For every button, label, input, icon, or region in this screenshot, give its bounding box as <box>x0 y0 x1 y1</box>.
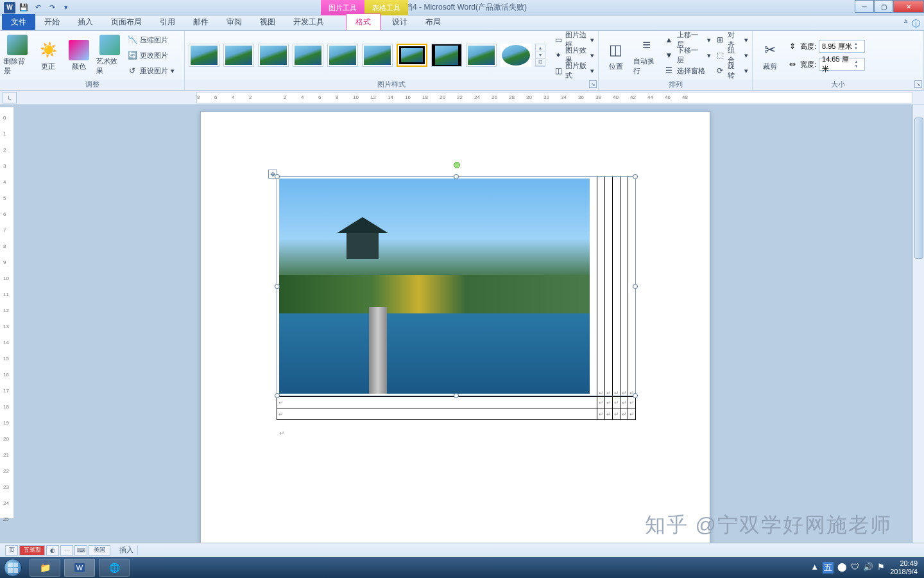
task-browser[interactable]: 🌐 <box>99 559 130 577</box>
tab-references[interactable]: 引用 <box>151 14 184 30</box>
close-button[interactable]: ✕ <box>893 0 924 13</box>
tab-format[interactable]: 格式 <box>346 13 381 30</box>
style-2[interactable] <box>223 44 254 67</box>
style-9[interactable] <box>466 44 497 67</box>
word-icon[interactable]: W <box>4 2 15 13</box>
tab-view[interactable]: 视图 <box>251 14 284 30</box>
styles-dialog-launcher[interactable]: ↘ <box>589 80 597 88</box>
maximize-button[interactable]: ▢ <box>874 0 893 13</box>
ime-btn-6[interactable]: 美国 <box>89 545 110 556</box>
tray-icon-shield[interactable]: 🛡 <box>851 562 859 574</box>
color-button[interactable]: 颜色 <box>65 40 92 71</box>
minimize-button[interactable]: ─ <box>855 0 874 13</box>
tab-developer[interactable]: 开发工具 <box>284 14 333 30</box>
style-6[interactable] <box>362 44 393 67</box>
change-pic-button[interactable]: 🔄更改图片 <box>127 48 175 62</box>
task-explorer[interactable]: 📁 <box>30 559 60 577</box>
size-dialog-launcher[interactable]: ↘ <box>914 80 922 88</box>
tray-icon-sound[interactable]: 🔊 <box>863 562 873 574</box>
style-gallery: ▴▾⊟ <box>189 44 545 67</box>
handle-r[interactable] <box>633 284 638 289</box>
reset-pic-button[interactable]: ↺重设图片 ▾ <box>127 64 175 78</box>
style-7[interactable] <box>397 44 427 67</box>
page: ✥ ↵↵↵↵↵ ↵↵↵↵↵↵ ↵↵↵↵↵↵ <box>200 111 710 543</box>
task-word[interactable]: W <box>64 559 95 577</box>
pic-border-button[interactable]: ▭图片边框 ▾ <box>554 33 594 47</box>
selection-pane-button[interactable]: ☰选择窗格 <box>664 64 712 78</box>
handle-tr[interactable] <box>633 174 638 179</box>
pic-effects-button[interactable]: ✦图片效果 ▾ <box>554 48 594 62</box>
clock[interactable]: 20:49 2018/9/4 <box>890 559 918 576</box>
style-8[interactable] <box>431 44 462 67</box>
crop-button[interactable]: ✂裁剪 <box>757 40 783 71</box>
height-control: ⇕ 高度: 8.95 厘米▲▼ <box>787 40 865 53</box>
document-canvas[interactable]: ✥ ↵↵↵↵↵ ↵↵↵↵↵↵ ↵↵↵↵↵↵ <box>14 105 912 543</box>
handle-br[interactable] <box>633 393 638 398</box>
position-button[interactable]: ◫位置 <box>603 40 629 71</box>
ribbon-tabs: 文件 开始 插入 页面布局 引用 邮件 审阅 视图 开发工具 格式 设计 布局 … <box>0 15 924 31</box>
ime-btn-2[interactable]: 五笔型 <box>19 545 45 556</box>
group-arrange: ◫位置 ≡自动换行 ▲上移一层 ▾ ▼下移一层 ▾ ☰选择窗格 ⊞对齐 ▾ ⬚组… <box>599 31 753 90</box>
redo-icon[interactable]: ↷ <box>46 2 58 13</box>
tab-layout[interactable]: 布局 <box>416 14 450 30</box>
height-input[interactable]: 8.95 厘米▲▼ <box>819 40 865 53</box>
style-3[interactable] <box>258 44 289 67</box>
style-1[interactable] <box>189 44 219 67</box>
group-button[interactable]: ⬚组合 ▾ <box>715 48 748 62</box>
handle-bl[interactable] <box>275 393 280 398</box>
style-5[interactable] <box>327 44 358 67</box>
compress-button[interactable]: 📉压缩图片 <box>127 33 175 47</box>
help-icon[interactable]: ⓘ <box>912 18 920 30</box>
width-control: ⇔ 宽度: 14.65 厘米▲▼ <box>787 58 865 71</box>
style-4[interactable] <box>293 44 323 67</box>
system-tray: ▲ 五 ⬤ 🛡 🔊 ⚑ 20:49 2018/9/4 <box>810 559 924 576</box>
tab-page-layout[interactable]: 页面布局 <box>102 14 151 30</box>
scroll-thumb[interactable] <box>914 118 923 259</box>
tray-icon-2[interactable]: ⬤ <box>837 562 847 574</box>
tray-icon-1[interactable]: ▲ <box>810 562 819 574</box>
ime-btn-4[interactable]: ⋯ <box>60 545 73 556</box>
start-button[interactable] <box>0 557 26 578</box>
send-back-button[interactable]: ▼下移一层 ▾ <box>664 48 712 62</box>
gallery-more[interactable]: ▴▾⊟ <box>535 44 545 67</box>
qat-more-icon[interactable]: ▾ <box>60 2 72 13</box>
align-button[interactable]: ⊞对齐 ▾ <box>715 33 748 47</box>
handle-t[interactable] <box>454 174 459 179</box>
tray-icon-ime[interactable]: 五 <box>823 562 834 574</box>
bring-forward-button[interactable]: ▲上移一层 ▾ <box>664 33 712 47</box>
horizontal-ruler[interactable]: 8642246810121416182022242628303234363840… <box>196 92 912 103</box>
status-insert[interactable]: 插入 <box>116 545 138 555</box>
tray-icon-flag[interactable]: ⚑ <box>877 562 885 574</box>
rotate-button[interactable]: ⟳旋转 ▾ <box>715 64 748 78</box>
save-icon[interactable]: 💾 <box>18 2 30 13</box>
remove-bg-button[interactable]: 删除背景 <box>4 35 31 76</box>
tab-mailings[interactable]: 邮件 <box>184 14 218 30</box>
tab-design[interactable]: 设计 <box>383 14 416 30</box>
ruler-toggle[interactable]: L <box>3 92 17 103</box>
pic-layout-button[interactable]: ◫图片版式 ▾ <box>554 64 594 78</box>
tab-review[interactable]: 审阅 <box>218 14 251 30</box>
tab-file[interactable]: 文件 <box>2 14 35 30</box>
ribbon: 删除背景 ☀️更正 颜色 艺术效果 📉压缩图片 🔄更改图片 ↺重设图片 ▾ 调整 <box>0 31 924 91</box>
ime-btn-5[interactable]: ⌨ <box>74 545 87 556</box>
handle-b[interactable] <box>454 393 459 398</box>
style-10[interactable] <box>501 44 531 67</box>
status-bar: 页 五笔型 ◐ ⋯ ⌨ 美国 插入 <box>0 543 924 557</box>
tab-insert[interactable]: 插入 <box>69 14 102 30</box>
ime-btn-1[interactable]: 页 <box>5 545 18 556</box>
vertical-ruler[interactable]: 0123456789101112131415161718192021222324… <box>0 107 14 518</box>
undo-icon[interactable]: ↶ <box>32 2 44 13</box>
width-icon: ⇔ <box>787 59 798 69</box>
rotation-handle[interactable] <box>454 162 460 168</box>
ime-btn-3[interactable]: ◐ <box>46 545 59 556</box>
handle-tl[interactable] <box>275 174 280 179</box>
tab-home[interactable]: 开始 <box>35 14 69 30</box>
group-label-styles: 图片样式↘ <box>185 80 598 90</box>
minimize-ribbon-icon[interactable]: ᐞ <box>903 18 908 30</box>
handle-l[interactable] <box>275 284 280 289</box>
width-input[interactable]: 14.65 厘米▲▼ <box>819 58 865 71</box>
artistic-button[interactable]: 艺术效果 <box>96 35 123 76</box>
wrap-button[interactable]: ≡自动换行 <box>633 35 660 76</box>
corrections-button[interactable]: ☀️更正 <box>35 40 62 71</box>
vertical-scrollbar[interactable] <box>912 105 924 543</box>
